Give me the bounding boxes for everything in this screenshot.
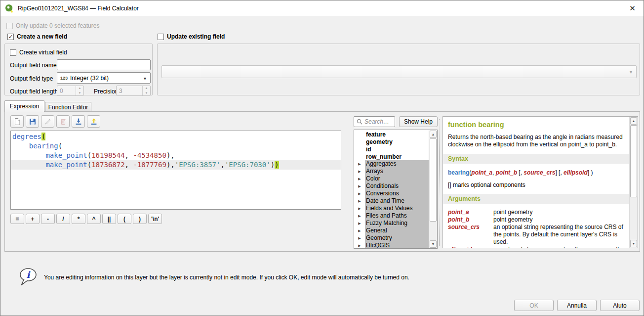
expand-arrow-icon[interactable]: ▶ <box>354 222 365 226</box>
scroll-down-icon[interactable]: ▼ <box>430 240 437 248</box>
trash-icon <box>59 118 67 126</box>
create-virtual-field-checkbox[interactable]: Create virtual field <box>10 49 67 56</box>
title-bar[interactable]: RipGeo01012021_WGS84 — Field Calculator <box>0 0 644 16</box>
operator-button-([interactable]: ( <box>118 214 131 224</box>
qgis-logo-icon <box>5 4 14 13</box>
output-field-length-label: Output field length <box>10 88 58 95</box>
update-existing-field-checkbox[interactable]: Update existing field <box>158 33 225 40</box>
operator-button-=[interactable]: = <box>10 214 24 224</box>
checkbox-box[interactable] <box>158 34 164 40</box>
save-expression-button[interactable] <box>26 115 39 128</box>
function-group-label: Conditionals <box>365 182 429 190</box>
chevron-down-icon: ▾ <box>144 75 146 81</box>
cancel-button[interactable]: Annulla <box>557 300 597 311</box>
function-item-Color[interactable]: ▶Color <box>354 175 429 182</box>
tab-function-editor[interactable]: Function Editor <box>45 102 91 112</box>
operator-button--[interactable]: - <box>41 214 55 224</box>
function-list-rows: featuregeometryidrow_number▶Aggregates▶A… <box>354 131 429 249</box>
function-value-label: id <box>354 146 371 153</box>
function-item-id[interactable]: id <box>354 145 429 153</box>
function-item-Conversions[interactable]: ▶Conversions <box>354 190 429 197</box>
operator-button-*[interactable]: * <box>72 214 85 224</box>
function-item-Conditionals[interactable]: ▶Conditionals <box>354 182 429 190</box>
close-button[interactable]: ✕ <box>621 0 644 16</box>
update-existing-field-label: Update existing field <box>167 33 225 40</box>
function-item-row_number[interactable]: row_number <box>354 153 429 160</box>
scrollbar-thumb[interactable] <box>430 138 437 222</box>
expression-line[interactable]: bearing( <box>11 141 341 151</box>
function-item-Fuzzy Matching[interactable]: ▶Fuzzy Matching <box>354 220 429 227</box>
spinner-up-icon: ▲ <box>76 86 83 91</box>
function-item-Geometry[interactable]: ▶Geometry <box>354 234 429 242</box>
checkbox-box[interactable] <box>10 49 16 56</box>
panel-splitter[interactable] <box>439 119 441 246</box>
expand-arrow-icon[interactable]: ▶ <box>354 184 365 188</box>
function-item-Date and Time[interactable]: ▶Date and Time <box>354 197 429 205</box>
operator-button-)[interactable]: ) <box>133 214 147 224</box>
check-icon: ✓ <box>8 34 13 40</box>
scrollbar-thumb[interactable] <box>630 125 637 197</box>
arguments-heading: Arguments <box>443 194 629 204</box>
expand-arrow-icon[interactable]: ▶ <box>354 162 365 166</box>
expand-arrow-icon[interactable]: ▶ <box>354 207 365 211</box>
show-help-label: Show Help <box>404 118 433 125</box>
expand-arrow-icon[interactable]: ▶ <box>354 244 365 248</box>
create-new-field-checkbox[interactable]: ✓ Create a new field <box>7 33 67 40</box>
expand-arrow-icon[interactable]: ▶ <box>354 170 365 174</box>
only-update-selected-checkbox: Only update 0 selected features <box>6 22 99 29</box>
operator-button-||[interactable]: || <box>102 214 116 224</box>
function-list-scrollbar[interactable]: ▲ ▼ <box>429 130 437 248</box>
expression-line[interactable]: make_point(16198544, -4534850), <box>11 151 341 160</box>
function-group-label: Date and Time <box>365 197 429 205</box>
cancel-button-label: Annulla <box>567 302 587 309</box>
function-item-Aggregates[interactable]: ▶Aggregates <box>354 160 429 168</box>
syntax-segment: bearing <box>448 169 469 176</box>
expression-line[interactable]: degrees( <box>11 132 341 141</box>
function-item-Fields and Values[interactable]: ▶Fields and Values <box>354 205 429 212</box>
pencil-icon <box>44 118 52 126</box>
expression-editor[interactable]: degrees( bearing( make_point(16198544, -… <box>10 131 341 210</box>
new-field-group: Create virtual field Output field name O… <box>4 44 153 95</box>
scroll-up-icon[interactable]: ▲ <box>630 117 637 125</box>
save-icon <box>29 118 37 126</box>
operator-button-^[interactable]: ^ <box>87 214 101 224</box>
only-update-selected-label: Only update 0 selected features <box>16 22 99 29</box>
function-item-HfcQGIS[interactable]: ▶HfcQGIS <box>354 242 429 249</box>
output-field-name-input[interactable] <box>57 59 151 70</box>
function-item-Arrays[interactable]: ▶Arrays <box>354 168 429 175</box>
function-search[interactable] <box>354 116 395 127</box>
expand-arrow-icon[interactable]: ▶ <box>354 229 365 233</box>
operator-button-/[interactable]: / <box>56 214 70 224</box>
search-input[interactable] <box>364 118 392 125</box>
export-expression-button[interactable] <box>87 115 100 128</box>
argument-description: an optional string representing the sour… <box>493 224 624 246</box>
operator-button-'\n'[interactable]: '\n' <box>148 214 162 224</box>
expand-arrow-icon[interactable]: ▶ <box>354 214 365 218</box>
expand-arrow-icon[interactable]: ▶ <box>354 199 365 203</box>
new-expression-button[interactable] <box>10 115 24 128</box>
tab-expression[interactable]: Expression <box>4 100 44 112</box>
operator-button-+[interactable]: + <box>26 214 40 224</box>
checkbox-checked-box[interactable]: ✓ <box>7 34 14 40</box>
function-item-Files and Paths[interactable]: ▶Files and Paths <box>354 212 429 220</box>
expand-arrow-icon[interactable]: ▶ <box>354 236 365 240</box>
expression-line[interactable]: make_point(18736872, -1877769),'EPSG:385… <box>11 160 341 170</box>
scroll-down-icon[interactable]: ▼ <box>630 240 637 247</box>
optional-components-note: [] marks optional components <box>448 181 624 188</box>
show-help-button[interactable]: Show Help <box>399 116 438 127</box>
search-icon <box>356 118 363 125</box>
expand-arrow-icon[interactable]: ▶ <box>354 192 365 196</box>
output-field-type-combo[interactable]: 123 Integer (32 bit) ▾ <box>57 72 151 84</box>
import-expression-button[interactable] <box>72 115 85 128</box>
scroll-up-icon[interactable]: ▲ <box>430 131 437 138</box>
expand-arrow-icon[interactable]: ▶ <box>354 177 365 181</box>
delete-expression-button <box>56 115 70 128</box>
help-button[interactable]: Aiuto <box>600 300 640 311</box>
function-item-General[interactable]: ▶General <box>354 227 429 234</box>
function-group-label: Files and Paths <box>365 212 429 220</box>
output-field-length-spinner: 0 ▲ ▼ <box>57 86 84 96</box>
help-scrollbar[interactable]: ▲ ▼ <box>629 117 638 248</box>
function-item-feature[interactable]: feature <box>354 131 429 138</box>
function-item-geometry[interactable]: geometry <box>354 138 429 145</box>
precision-label: Precision <box>94 88 118 95</box>
